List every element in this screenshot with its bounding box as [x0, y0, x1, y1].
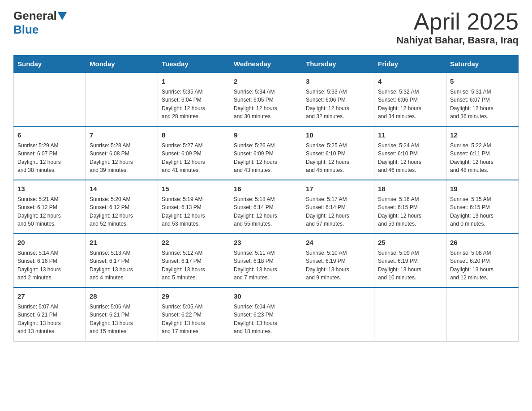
day-info: Sunrise: 5:20 AM Sunset: 6:12 PM Dayligh…: [90, 195, 154, 228]
day-info: Sunrise: 5:11 AM Sunset: 6:18 PM Dayligh…: [234, 249, 298, 282]
day-info: Sunrise: 5:28 AM Sunset: 6:08 PM Dayligh…: [90, 141, 154, 175]
day-number: 26: [450, 238, 515, 248]
calendar-cell: 10Sunrise: 5:25 AM Sunset: 6:10 PM Dayli…: [302, 126, 374, 180]
calendar-cell: 1Sunrise: 5:35 AM Sunset: 6:04 PM Daylig…: [158, 73, 230, 126]
calendar-table: SundayMondayTuesdayWednesdayThursdayFrid…: [13, 55, 519, 342]
day-info: Sunrise: 5:24 AM Sunset: 6:10 PM Dayligh…: [378, 141, 442, 175]
day-number: 25: [378, 238, 442, 248]
day-number: 24: [306, 238, 370, 248]
day-number: 8: [162, 130, 226, 141]
logo-general-text: General: [13, 9, 57, 23]
column-header-sunday: Sunday: [14, 56, 86, 73]
day-info: Sunrise: 5:14 AM Sunset: 6:16 PM Dayligh…: [17, 249, 82, 282]
day-number: 29: [162, 291, 226, 302]
day-number: 22: [162, 238, 226, 248]
day-number: 15: [162, 184, 226, 194]
day-info: Sunrise: 5:27 AM Sunset: 6:09 PM Dayligh…: [162, 141, 226, 175]
day-number: 5: [450, 77, 515, 87]
calendar-cell: 21Sunrise: 5:13 AM Sunset: 6:17 PM Dayli…: [86, 234, 158, 287]
calendar-cell: [446, 287, 519, 341]
day-number: 3: [306, 77, 370, 87]
day-number: 21: [90, 238, 154, 248]
day-info: Sunrise: 5:16 AM Sunset: 6:15 PM Dayligh…: [378, 195, 442, 228]
calendar-cell: 19Sunrise: 5:15 AM Sunset: 6:15 PM Dayli…: [446, 180, 519, 234]
day-info: Sunrise: 5:05 AM Sunset: 6:22 PM Dayligh…: [162, 303, 226, 336]
calendar-cell: 7Sunrise: 5:28 AM Sunset: 6:08 PM Daylig…: [86, 126, 158, 180]
day-number: 2: [234, 77, 298, 87]
column-header-friday: Friday: [374, 56, 446, 73]
calendar-cell: 22Sunrise: 5:12 AM Sunset: 6:17 PM Dayli…: [158, 234, 230, 287]
day-info: Sunrise: 5:22 AM Sunset: 6:11 PM Dayligh…: [450, 141, 515, 175]
calendar-week-row: 20Sunrise: 5:14 AM Sunset: 6:16 PM Dayli…: [14, 234, 519, 287]
day-number: 20: [17, 238, 82, 248]
calendar-cell: 11Sunrise: 5:24 AM Sunset: 6:10 PM Dayli…: [374, 126, 446, 180]
calendar-cell: 13Sunrise: 5:21 AM Sunset: 6:12 PM Dayli…: [14, 180, 86, 234]
day-info: Sunrise: 5:31 AM Sunset: 6:07 PM Dayligh…: [450, 88, 515, 121]
calendar-cell: 23Sunrise: 5:11 AM Sunset: 6:18 PM Dayli…: [230, 234, 302, 287]
calendar-week-row: 6Sunrise: 5:29 AM Sunset: 6:07 PM Daylig…: [14, 126, 519, 180]
day-info: Sunrise: 5:10 AM Sunset: 6:19 PM Dayligh…: [306, 249, 370, 282]
column-header-wednesday: Wednesday: [230, 56, 302, 73]
day-number: 30: [234, 291, 298, 302]
day-info: Sunrise: 5:06 AM Sunset: 6:21 PM Dayligh…: [90, 303, 154, 336]
day-info: Sunrise: 5:19 AM Sunset: 6:13 PM Dayligh…: [162, 195, 226, 228]
day-number: 13: [17, 184, 82, 194]
title-section: April 2025 Nahiyat Bahar, Basra, Iraq: [396, 9, 519, 46]
day-number: 16: [234, 184, 298, 194]
day-info: Sunrise: 5:17 AM Sunset: 6:14 PM Dayligh…: [306, 195, 370, 228]
day-number: 27: [17, 291, 82, 302]
day-number: 14: [90, 184, 154, 194]
calendar-cell: 17Sunrise: 5:17 AM Sunset: 6:14 PM Dayli…: [302, 180, 374, 234]
day-number: 1: [162, 77, 226, 87]
day-number: 9: [234, 130, 298, 141]
day-info: Sunrise: 5:18 AM Sunset: 6:14 PM Dayligh…: [234, 195, 298, 228]
calendar-cell: 29Sunrise: 5:05 AM Sunset: 6:22 PM Dayli…: [158, 287, 230, 341]
calendar-cell: 9Sunrise: 5:26 AM Sunset: 6:09 PM Daylig…: [230, 126, 302, 180]
logo: General Blue: [13, 9, 68, 37]
calendar-cell: 25Sunrise: 5:09 AM Sunset: 6:19 PM Dayli…: [374, 234, 446, 287]
calendar-cell: 12Sunrise: 5:22 AM Sunset: 6:11 PM Dayli…: [446, 126, 519, 180]
day-info: Sunrise: 5:26 AM Sunset: 6:09 PM Dayligh…: [234, 141, 298, 175]
calendar-cell: 4Sunrise: 5:32 AM Sunset: 6:06 PM Daylig…: [374, 73, 446, 126]
calendar-cell: 15Sunrise: 5:19 AM Sunset: 6:13 PM Dayli…: [158, 180, 230, 234]
calendar-cell: 30Sunrise: 5:04 AM Sunset: 6:23 PM Dayli…: [230, 287, 302, 341]
calendar-cell: 28Sunrise: 5:06 AM Sunset: 6:21 PM Dayli…: [86, 287, 158, 341]
calendar-cell: [86, 73, 158, 126]
day-info: Sunrise: 5:13 AM Sunset: 6:17 PM Dayligh…: [90, 249, 154, 282]
day-number: 11: [378, 130, 442, 141]
calendar-cell: 24Sunrise: 5:10 AM Sunset: 6:19 PM Dayli…: [302, 234, 374, 287]
day-info: Sunrise: 5:21 AM Sunset: 6:12 PM Dayligh…: [17, 195, 82, 228]
column-header-monday: Monday: [86, 56, 158, 73]
column-header-tuesday: Tuesday: [158, 56, 230, 73]
calendar-cell: 16Sunrise: 5:18 AM Sunset: 6:14 PM Dayli…: [230, 180, 302, 234]
calendar-cell: 5Sunrise: 5:31 AM Sunset: 6:07 PM Daylig…: [446, 73, 519, 126]
day-info: Sunrise: 5:08 AM Sunset: 6:20 PM Dayligh…: [450, 249, 515, 282]
day-info: Sunrise: 5:07 AM Sunset: 6:21 PM Dayligh…: [17, 303, 82, 336]
calendar-cell: 27Sunrise: 5:07 AM Sunset: 6:21 PM Dayli…: [14, 287, 86, 341]
calendar-cell: [302, 287, 374, 341]
calendar-cell: [374, 287, 446, 341]
calendar-cell: 14Sunrise: 5:20 AM Sunset: 6:12 PM Dayli…: [86, 180, 158, 234]
day-info: Sunrise: 5:29 AM Sunset: 6:07 PM Dayligh…: [17, 141, 82, 175]
calendar-week-row: 13Sunrise: 5:21 AM Sunset: 6:12 PM Dayli…: [14, 180, 519, 234]
calendar-week-row: 1Sunrise: 5:35 AM Sunset: 6:04 PM Daylig…: [14, 73, 519, 126]
day-number: 4: [378, 77, 442, 87]
day-info: Sunrise: 5:15 AM Sunset: 6:15 PM Dayligh…: [450, 195, 515, 228]
month-title: April 2025: [396, 9, 519, 34]
day-number: 12: [450, 130, 515, 141]
day-number: 28: [90, 291, 154, 302]
page-header: General Blue April 2025 Nahiyat Bahar, B…: [13, 9, 519, 46]
calendar-cell: [14, 73, 86, 126]
calendar-cell: 6Sunrise: 5:29 AM Sunset: 6:07 PM Daylig…: [14, 126, 86, 180]
day-info: Sunrise: 5:32 AM Sunset: 6:06 PM Dayligh…: [378, 88, 442, 121]
day-info: Sunrise: 5:34 AM Sunset: 6:05 PM Dayligh…: [234, 88, 298, 121]
day-info: Sunrise: 5:09 AM Sunset: 6:19 PM Dayligh…: [378, 249, 442, 282]
day-info: Sunrise: 5:33 AM Sunset: 6:06 PM Dayligh…: [306, 88, 370, 121]
day-number: 7: [90, 130, 154, 141]
location-title: Nahiyat Bahar, Basra, Iraq: [396, 34, 519, 46]
calendar-cell: 8Sunrise: 5:27 AM Sunset: 6:09 PM Daylig…: [158, 126, 230, 180]
calendar-week-row: 27Sunrise: 5:07 AM Sunset: 6:21 PM Dayli…: [14, 287, 519, 341]
day-info: Sunrise: 5:35 AM Sunset: 6:04 PM Dayligh…: [162, 88, 226, 121]
calendar-cell: 20Sunrise: 5:14 AM Sunset: 6:16 PM Dayli…: [14, 234, 86, 287]
column-header-thursday: Thursday: [302, 56, 374, 73]
